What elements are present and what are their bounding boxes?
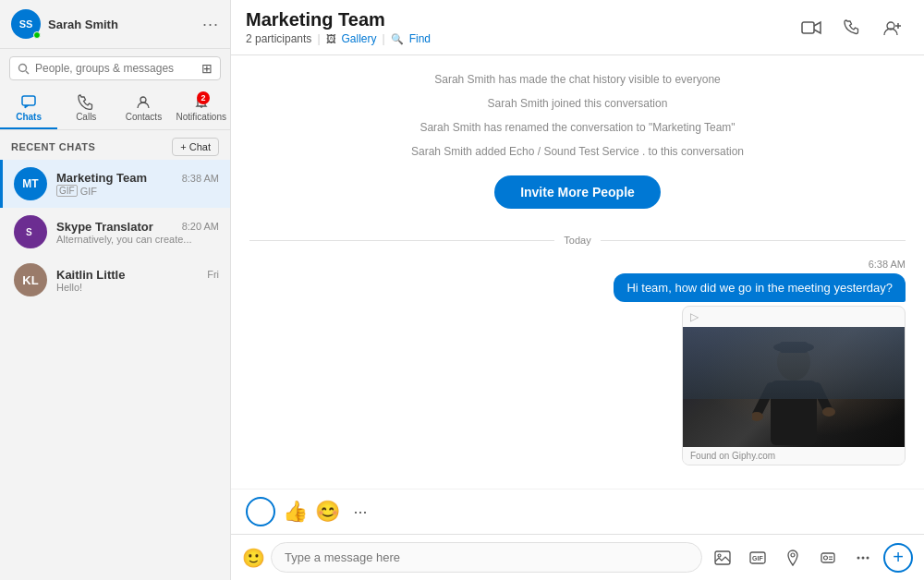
search-bar: ⊞ <box>9 56 221 80</box>
svg-point-3 <box>140 97 146 103</box>
date-divider: Today <box>249 235 906 246</box>
tab-calls[interactable]: Calls <box>57 88 115 129</box>
invite-section: Invite More People <box>249 175 906 209</box>
message-input[interactable] <box>271 542 702 573</box>
svg-text:GIF: GIF <box>752 555 763 562</box>
svg-rect-20 <box>715 551 730 564</box>
calls-icon <box>78 93 94 110</box>
messages-area: Sarah Smith has made the chat history vi… <box>231 55 924 489</box>
svg-rect-2 <box>22 96 35 105</box>
svg-point-0 <box>19 64 27 71</box>
video-icon <box>801 20 821 35</box>
location-icon <box>786 550 799 566</box>
svg-rect-8 <box>802 22 814 33</box>
svg-point-24 <box>791 553 795 557</box>
add-reaction-button[interactable] <box>246 497 275 526</box>
chat-info: Marketing Team 8:38 AM GIF GIF <box>56 171 219 197</box>
chat-name: Skype Translator <box>56 220 153 234</box>
list-item[interactable]: KL Kaitlin Little Fri Hello! <box>0 256 230 304</box>
svg-point-31 <box>867 556 869 559</box>
audio-call-button[interactable] <box>835 11 869 44</box>
svg-line-1 <box>26 71 29 74</box>
chat-list: MT Marketing Team 8:38 AM GIF GIF S <box>0 160 230 580</box>
recent-label: RECENT CHATS <box>11 141 95 152</box>
profile-name: Sarah Smith <box>48 18 202 31</box>
notification-badge: 2 <box>197 91 210 104</box>
sidebar: SS Sarah Smith ··· ⊞ Chats <box>0 0 231 580</box>
message-bubble: Hi team, how did we go in the meeting ye… <box>614 273 906 302</box>
system-message: Sarah Smith joined this conversation <box>249 94 906 113</box>
add-person-icon <box>883 19 902 36</box>
header-left: Marketing Team 2 participants | 🖼 Galler… <box>246 9 795 45</box>
tab-chats[interactable]: Chats <box>0 88 57 129</box>
system-message: Sarah Smith has made the chat history vi… <box>249 70 906 89</box>
attachment-more-icon <box>856 550 870 565</box>
gallery-label[interactable]: Gallery <box>342 32 377 45</box>
recent-chats-header: RECENT CHATS + Chat <box>0 130 230 160</box>
list-item[interactable]: MT Marketing Team 8:38 AM GIF GIF <box>0 160 230 208</box>
chat-time: 8:20 AM <box>182 221 219 232</box>
chats-icon <box>20 93 37 110</box>
chat-info: Kaitlin Little Fri Hello! <box>56 268 219 293</box>
giphy-image <box>683 327 905 447</box>
more-reactions-button[interactable]: ··· <box>347 499 373 525</box>
image-icon <box>714 550 731 565</box>
avatar: SS <box>11 9 41 39</box>
chat-time: Fri <box>207 269 219 280</box>
divider-label: Today <box>564 235 590 246</box>
main-chat: Marketing Team 2 participants | 🖼 Galler… <box>231 0 924 580</box>
expand-button[interactable]: + <box>883 543 913 573</box>
find-icon: 🔍 <box>391 33 404 45</box>
video-call-button[interactable] <box>795 11 828 44</box>
participants-label: 2 participants <box>246 32 311 45</box>
header-actions <box>795 11 909 44</box>
more-attachments-button[interactable] <box>848 543 878 573</box>
message-group: 6:38 AM Hi team, how did we go in the me… <box>249 259 906 465</box>
chat-meta: 2 participants | 🖼 Gallery | 🔍 Find <box>246 32 795 45</box>
contacts-icon <box>135 93 152 110</box>
invite-more-people-button[interactable]: Invite More People <box>494 175 661 209</box>
avatar: MT <box>14 167 47 200</box>
tab-notifications-label: Notifications <box>176 112 226 122</box>
chat-name: Marketing Team <box>56 171 147 185</box>
chat-title: Marketing Team <box>246 9 795 30</box>
giphy-caption: Found on Giphy.com <box>683 447 905 465</box>
chat-name: Kaitlin Little <box>56 268 125 282</box>
gallery-icon: 🖼 <box>326 33 336 44</box>
chat-info: Skype Translator 8:20 AM Alternatively, … <box>56 220 219 245</box>
avatar: KL <box>14 263 47 296</box>
chat-preview: GIF GIF <box>56 185 219 197</box>
list-item[interactable]: S Skype Translator 8:20 AM Alternatively… <box>0 208 230 256</box>
reaction-bar: 👍 😊 ··· <box>231 489 924 534</box>
system-message: Sarah Smith has renamed the conversation… <box>249 118 906 137</box>
giphy-card: ▷ <box>682 306 906 465</box>
profile-bar: SS Sarah Smith ··· <box>0 0 230 49</box>
add-people-button[interactable] <box>876 11 909 44</box>
more-options-button[interactable]: ··· <box>202 15 219 34</box>
gif-button[interactable]: GIF <box>743 543 772 573</box>
image-upload-button[interactable] <box>708 543 737 573</box>
contact-button[interactable] <box>813 543 843 573</box>
tab-contacts[interactable]: Contacts <box>115 88 172 129</box>
svg-point-29 <box>857 556 860 559</box>
contact-card-icon <box>821 550 835 565</box>
grid-icon[interactable]: ⊞ <box>201 61 213 76</box>
tab-notifications[interactable]: 2 Notifications <box>173 88 230 129</box>
emoji-button[interactable]: 🙂 <box>242 547 265 569</box>
online-status-dot <box>33 31 41 39</box>
chat-preview: Alternatively, you can create... <box>56 234 219 245</box>
nav-tabs: Chats Calls Contacts <box>0 88 230 130</box>
location-button[interactable] <box>778 543 808 573</box>
search-input[interactable] <box>35 62 201 75</box>
message-time: 6:38 AM <box>869 259 906 270</box>
smile-reaction[interactable]: 😊 <box>315 500 340 524</box>
phone-icon <box>844 19 860 36</box>
find-label[interactable]: Find <box>409 32 431 45</box>
gif-icon: GIF <box>56 185 78 197</box>
chat-time: 8:38 AM <box>182 173 219 184</box>
thumbs-up-reaction[interactable]: 👍 <box>283 500 308 524</box>
system-message: Sarah Smith added Echo / Sound Test Serv… <box>249 142 906 161</box>
search-icon <box>18 63 30 75</box>
tab-contacts-label: Contacts <box>126 112 162 122</box>
new-chat-button[interactable]: + Chat <box>172 138 219 156</box>
